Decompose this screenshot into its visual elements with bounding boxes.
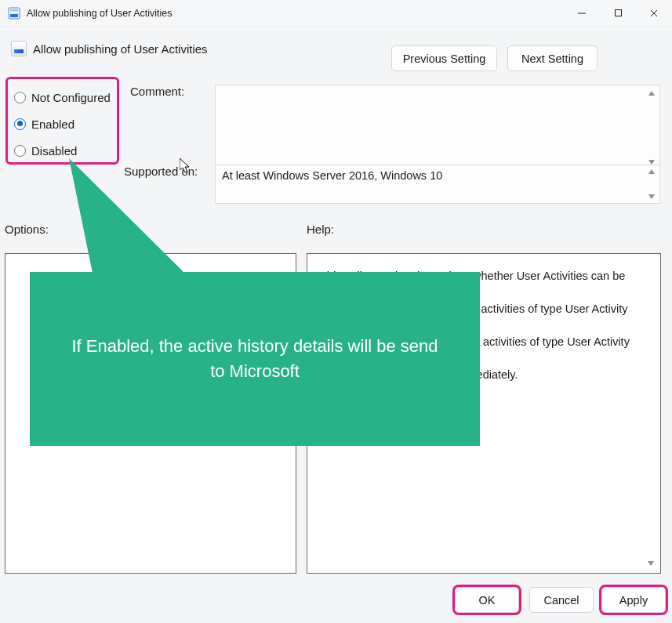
- ok-button[interactable]: OK: [455, 587, 519, 613]
- radio-icon: [14, 118, 26, 130]
- state-radio-group: Not Configured Enabled Disabled: [5, 77, 119, 165]
- supported-on-field: At least Windows Server 2016, Windows 10: [215, 165, 660, 204]
- maximize-button[interactable]: [600, 0, 636, 26]
- window-title: Allow publishing of User Activities: [27, 8, 564, 19]
- radio-label: Not Configured: [31, 91, 111, 104]
- comment-label: Comment:: [130, 85, 184, 98]
- scroll-up-icon[interactable]: [645, 165, 658, 178]
- next-setting-button[interactable]: Next Setting: [507, 45, 598, 71]
- options-label: Options:: [5, 223, 49, 236]
- radio-enabled[interactable]: Enabled: [14, 110, 111, 137]
- radio-not-configured[interactable]: Not Configured: [14, 84, 111, 110]
- policy-title: Allow publishing of User Activities: [33, 42, 208, 56]
- scroll-down-icon[interactable]: [645, 557, 657, 570]
- apply-button[interactable]: Apply: [601, 587, 666, 613]
- dialog-content: Allow publishing of User Activities Prev…: [0, 27, 672, 623]
- svg-marker-10: [648, 194, 655, 199]
- previous-setting-button[interactable]: Previous Setting: [391, 45, 497, 71]
- cancel-button[interactable]: Cancel: [529, 587, 594, 613]
- svg-marker-7: [648, 91, 655, 96]
- svg-marker-11: [648, 561, 654, 566]
- radio-icon: [14, 145, 26, 157]
- radio-label: Disabled: [31, 144, 77, 158]
- svg-rect-1: [10, 14, 18, 17]
- minimize-button[interactable]: [564, 0, 600, 26]
- svg-rect-2: [10, 9, 18, 11]
- titlebar: Allow publishing of User Activities: [0, 0, 672, 27]
- comment-textarea[interactable]: [215, 85, 660, 171]
- radio-icon: [14, 92, 26, 103]
- scroll-up-icon[interactable]: [645, 87, 658, 100]
- window-controls: [564, 0, 672, 26]
- policy-header: Allow publishing of User Activities: [11, 41, 208, 56]
- close-button[interactable]: [636, 0, 672, 26]
- policy-app-icon: [8, 7, 20, 20]
- svg-rect-4: [615, 10, 621, 16]
- radio-label: Enabled: [31, 118, 74, 131]
- svg-marker-9: [648, 169, 655, 174]
- scroll-down-icon[interactable]: [645, 190, 658, 203]
- supported-on-label: Supported on:: [124, 165, 198, 178]
- radio-disabled[interactable]: Disabled: [14, 137, 111, 164]
- policy-icon: [11, 41, 27, 56]
- supported-on-text: At least Windows Server 2016, Windows 10: [222, 169, 442, 182]
- help-label: Help:: [307, 223, 334, 236]
- annotation-callout: If Enabled, the active history details w…: [30, 272, 480, 446]
